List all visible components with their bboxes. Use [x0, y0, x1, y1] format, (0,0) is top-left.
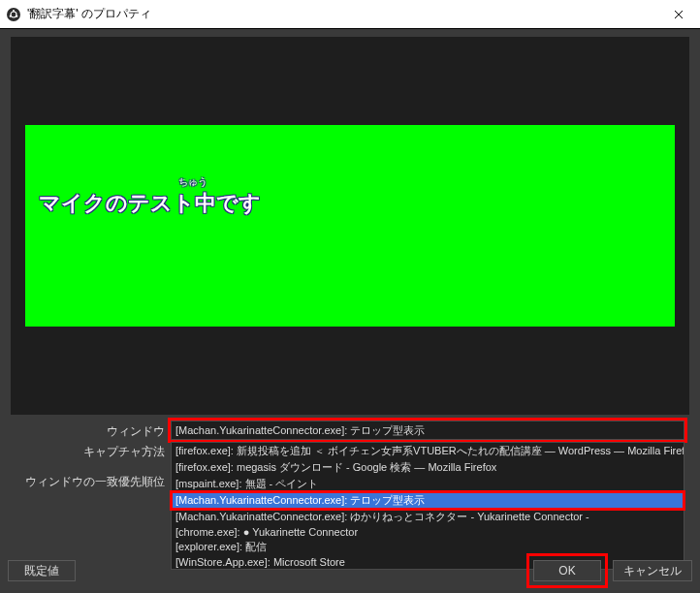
dropdown-option[interactable]: [Machan.YukarinatteConnector.exe]: テロップ型… [172, 492, 684, 509]
titlebar: '翻訳字幕' のプロパティ [0, 0, 700, 29]
close-button[interactable] [656, 0, 700, 29]
properties-form: ウィンドウ [Machan.YukarinatteConnector.exe]:… [11, 421, 689, 570]
row-window: ウィンドウ [Machan.YukarinatteConnector.exe]:… [11, 421, 689, 440]
row-capture-method: キャプチャ方法 ウィンドウの一致優先順位 [firefox.exe]: 新規投稿… [11, 442, 689, 570]
window-select-value: [Machan.YukarinatteConnector.exe]: テロップ型… [175, 423, 425, 438]
dropdown-option[interactable]: [chrome.exe]: ● Yukarinette Connector [172, 525, 684, 539]
dialog-footer: 既定値 OK キャンセル [8, 556, 692, 585]
svg-point-3 [16, 15, 17, 16]
window-title: '翻訳字幕' のプロパティ [27, 6, 656, 22]
dropdown-option[interactable]: [firefox.exe]: megasis ダウンロード - Google 検… [172, 459, 684, 476]
label-match-priority: ウィンドウの一致優先順位 [11, 474, 165, 490]
label-capture-method: キャプチャ方法 [11, 444, 165, 460]
svg-point-2 [13, 10, 15, 12]
window-select[interactable]: [Machan.YukarinatteConnector.exe]: テロップ型… [171, 421, 684, 440]
dropdown-option[interactable]: [firefox.exe]: 新規投稿を追加 ＜ ボイチェン女声系VTUBERへ… [172, 443, 684, 459]
ok-highlight: OK [529, 556, 605, 585]
label-window: ウィンドウ [11, 421, 171, 440]
preview-canvas: ちゅう マイクのテスト中です [25, 125, 675, 327]
content-area: ちゅう マイクのテスト中です ウィンドウ [Machan.Yukarinatte… [0, 29, 700, 593]
defaults-button[interactable]: 既定値 [8, 560, 76, 581]
ok-button[interactable]: OK [533, 560, 601, 581]
cancel-button[interactable]: キャンセル [613, 560, 692, 581]
dropdown-option[interactable]: [mspaint.exe]: 無題 - ペイント [172, 476, 684, 492]
svg-point-4 [10, 15, 12, 16]
app-icon [6, 7, 21, 22]
preview-text: マイクのテスト中です [39, 189, 261, 218]
preview-ruby: ちゅう [178, 175, 207, 189]
dropdown-option[interactable]: [explorer.exe]: 配信 [172, 539, 684, 555]
dropdown-option[interactable]: [Machan.YukarinatteConnector.exe]: ゆかりねっ… [172, 509, 684, 525]
window-dropdown-list[interactable]: [firefox.exe]: 新規投稿を追加 ＜ ボイチェン女声系VTUBERへ… [171, 442, 684, 570]
preview-area: ちゅう マイクのテスト中です [11, 37, 689, 415]
